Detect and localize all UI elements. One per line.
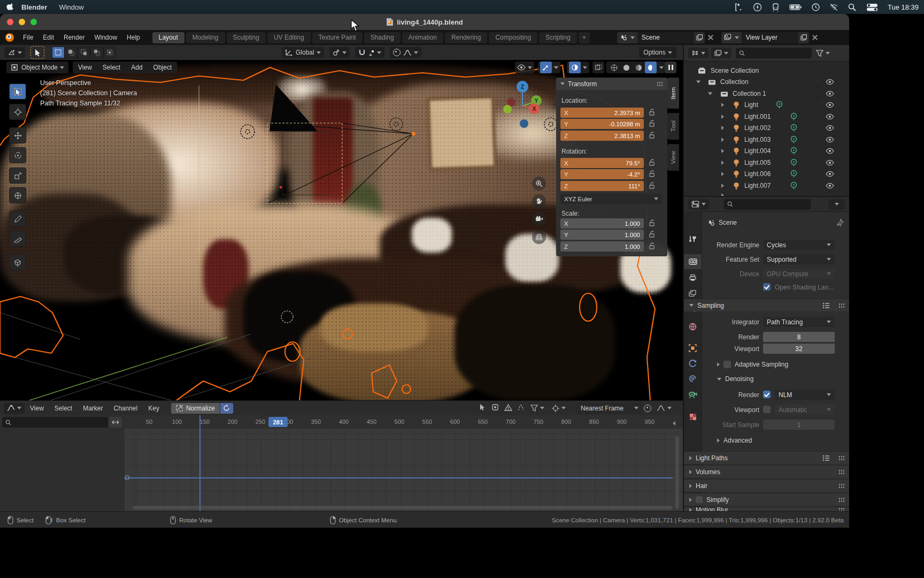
tab-output-icon[interactable] bbox=[684, 270, 702, 285]
panel-drag-handle[interactable] bbox=[838, 303, 845, 308]
outliner-item-label[interactable]: Light.003 bbox=[744, 136, 771, 143]
only-errors-icon[interactable] bbox=[504, 404, 512, 413]
mode-dropdown[interactable]: Object Mode bbox=[6, 62, 68, 73]
auto-snap-dropdown[interactable]: Nearest Frame bbox=[578, 403, 642, 414]
workspace-tab-rendering[interactable]: Rendering bbox=[445, 32, 487, 43]
apple-logo-icon[interactable] bbox=[6, 3, 16, 12]
rotation-mode-dropdown[interactable]: XYZ Euler bbox=[560, 194, 662, 204]
channel-search-input[interactable] bbox=[2, 417, 108, 428]
lock-location-x-icon[interactable] bbox=[648, 108, 657, 117]
graph-channel-region[interactable] bbox=[0, 415, 125, 512]
menu-edit[interactable]: Edit bbox=[38, 34, 59, 41]
current-frame-badge[interactable]: 281 bbox=[268, 417, 288, 427]
shading-solid-icon[interactable] bbox=[620, 62, 632, 73]
pivot-point-dropdown[interactable] bbox=[329, 47, 350, 58]
graph-menu-view[interactable]: View bbox=[25, 405, 49, 412]
graph-menu-select[interactable]: Select bbox=[49, 405, 78, 412]
expand-icon[interactable] bbox=[721, 161, 724, 165]
control-center-icon[interactable] bbox=[866, 3, 879, 12]
feature-set-dropdown[interactable]: Supported bbox=[763, 254, 835, 264]
menu-window[interactable]: Window bbox=[89, 34, 122, 41]
outliner-item-label[interactable]: Light.001 bbox=[744, 113, 771, 120]
ghost-curves-icon[interactable] bbox=[517, 404, 525, 413]
screenshot-app-icon[interactable] bbox=[735, 3, 744, 12]
hide-eye-icon[interactable] bbox=[826, 148, 834, 154]
workspace-tab-animation[interactable]: Animation bbox=[402, 32, 443, 43]
xray-toggle[interactable] bbox=[592, 62, 604, 73]
rotation-x-field[interactable]: X79.5° bbox=[560, 158, 644, 168]
light-data-icon[interactable] bbox=[790, 158, 798, 167]
graph-ruler[interactable]: 5010015020025030035040045050055060065070… bbox=[125, 415, 683, 429]
properties-editor-type-button[interactable] bbox=[688, 199, 709, 210]
lock-scale-z-icon[interactable] bbox=[648, 242, 657, 250]
properties-search-input[interactable] bbox=[724, 199, 811, 210]
tab-world-icon[interactable] bbox=[684, 319, 702, 334]
outliner-item-label[interactable]: Collection bbox=[720, 78, 749, 86]
workspace-tab-scripting[interactable]: Scripting bbox=[539, 32, 577, 43]
render-samples-field[interactable]: 8 bbox=[763, 332, 835, 342]
advanced-header[interactable]: Advanced bbox=[717, 437, 752, 444]
mode-label[interactable]: Object Mode bbox=[21, 64, 58, 71]
camera-view-button[interactable] bbox=[532, 212, 546, 226]
outliner-row-light[interactable]: Light.006 bbox=[684, 168, 849, 179]
gizmo-neg-z-axis[interactable] bbox=[520, 119, 528, 128]
gizmo-z-axis[interactable]: Z bbox=[517, 81, 528, 93]
transit-icon[interactable] bbox=[771, 3, 780, 12]
select-extend-toggle[interactable] bbox=[65, 47, 78, 58]
spotlight-search-icon[interactable] bbox=[848, 3, 857, 12]
outliner-row-light[interactable]: Light.002 bbox=[684, 122, 849, 133]
proportional-editing-dropdown[interactable] bbox=[390, 47, 421, 58]
shading-material-icon[interactable] bbox=[633, 62, 644, 73]
render-engine-dropdown[interactable]: Cycles bbox=[763, 240, 835, 250]
tab-render-icon[interactable] bbox=[684, 254, 702, 269]
zoom-view-button[interactable] bbox=[532, 177, 546, 191]
expand-icon[interactable] bbox=[721, 184, 724, 188]
outliner-item-label[interactable]: Light.004 bbox=[744, 147, 771, 155]
hide-eye-icon[interactable] bbox=[826, 171, 834, 177]
workspace-tab-compositing[interactable]: Compositing bbox=[489, 32, 537, 43]
select-box-tool[interactable] bbox=[9, 83, 26, 100]
adaptive-sampling-header[interactable]: Adaptive Sampling bbox=[717, 361, 788, 368]
graph-menu-marker[interactable]: Marker bbox=[78, 405, 108, 412]
hide-eye-icon[interactable] bbox=[826, 125, 834, 131]
gizmos-dropdown[interactable] bbox=[538, 62, 560, 73]
falloff-dropdown[interactable] bbox=[657, 405, 672, 412]
panel-drag-handle[interactable] bbox=[838, 483, 845, 489]
selected-light-origin[interactable] bbox=[412, 132, 415, 136]
horizontal-scrollbar[interactable] bbox=[133, 506, 673, 509]
sampling-section-header[interactable]: Sampling bbox=[684, 299, 849, 311]
outliner-row-camera[interactable]: Camera bbox=[684, 191, 849, 196]
outliner-item-label[interactable]: Light.006 bbox=[744, 170, 771, 178]
hide-eye-icon[interactable] bbox=[826, 136, 834, 142]
outliner-filter-collection-dropdown[interactable] bbox=[711, 48, 732, 58]
graph-menu-key[interactable]: Key bbox=[143, 405, 165, 412]
tab-constraints-icon[interactable] bbox=[684, 371, 702, 386]
hide-eye-icon[interactable] bbox=[826, 182, 834, 188]
properties-options-dropdown[interactable] bbox=[829, 199, 845, 210]
expand-icon[interactable] bbox=[721, 103, 724, 107]
light-data-icon[interactable] bbox=[790, 181, 798, 190]
menu-file[interactable]: File bbox=[18, 34, 38, 41]
unlink-scene-icon[interactable] bbox=[706, 33, 715, 42]
orientation-label[interactable]: Global bbox=[296, 49, 314, 56]
add-primitive-tool[interactable] bbox=[9, 254, 26, 270]
expand-icon[interactable] bbox=[721, 126, 724, 130]
3d-viewport[interactable]: Object Mode View Select Add Object bbox=[0, 60, 683, 400]
lock-location-z-icon[interactable] bbox=[648, 131, 657, 140]
outliner-row-light[interactable]: Light.003 bbox=[684, 134, 849, 145]
outliner-search-input[interactable] bbox=[736, 48, 812, 58]
lock-rotation-y-icon[interactable] bbox=[648, 170, 657, 178]
pin-icon[interactable] bbox=[836, 219, 844, 226]
tab-object-icon[interactable] bbox=[684, 340, 702, 355]
menubar-clock[interactable]: Tue 18:39 bbox=[888, 3, 919, 11]
sidebar-tab-tool[interactable]: Tool bbox=[667, 113, 679, 140]
light-data-icon[interactable] bbox=[790, 112, 798, 121]
measure-tool[interactable] bbox=[9, 231, 26, 247]
perspective-toggle-button[interactable] bbox=[532, 230, 546, 244]
outliner-row-light[interactable]: Light bbox=[684, 99, 849, 110]
select-new-toggle[interactable] bbox=[52, 47, 65, 58]
simplify-checkbox[interactable] bbox=[696, 496, 703, 503]
proportional-editing-toggle[interactable] bbox=[644, 405, 651, 412]
remove-view-layer-icon[interactable] bbox=[811, 33, 819, 42]
panel-drag-handle[interactable] bbox=[838, 497, 845, 503]
